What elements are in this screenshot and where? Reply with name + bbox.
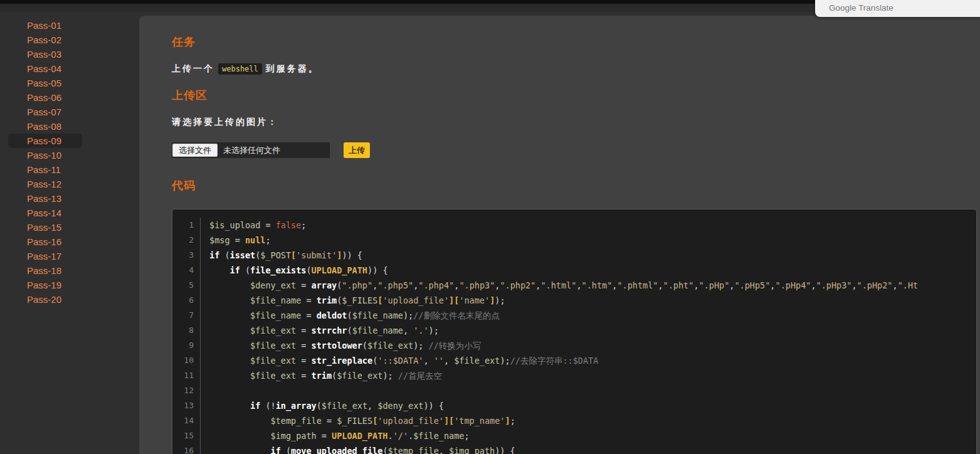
sidebar-item-pass-08[interactable]: Pass-08 bbox=[8, 119, 82, 134]
code-text: if (file_exists(UPLOAD_PATH)) { bbox=[200, 263, 388, 278]
file-input[interactable]: 选择文件 未选择任何文件 bbox=[172, 142, 330, 158]
code-text: $file_ext = str_ireplace('::$DATA', '', … bbox=[200, 353, 598, 368]
sidebar-item-pass-09[interactable]: Pass-09 bbox=[8, 134, 82, 148]
code-line: 6 $file_name = trim($_FILES['upload_file… bbox=[172, 293, 976, 308]
code-line: 12 bbox=[172, 383, 976, 398]
code-line: 7 $file_name = deldot($file_name);//删除文件… bbox=[172, 308, 976, 323]
line-number: 15 bbox=[172, 428, 200, 443]
code-line: 3if (isset($_POST['submit'])) { bbox=[172, 248, 976, 263]
line-number: 4 bbox=[172, 263, 200, 278]
upload-row: 选择文件 未选择任何文件 上传 bbox=[172, 142, 980, 158]
sidebar-item-pass-15[interactable]: Pass-15 bbox=[8, 220, 82, 235]
sidebar-item-pass-16[interactable]: Pass-16 bbox=[8, 235, 82, 249]
line-number: 3 bbox=[172, 248, 200, 263]
line-number: 5 bbox=[172, 278, 200, 293]
sidebar-item-pass-14[interactable]: Pass-14 bbox=[8, 206, 82, 220]
line-number: 14 bbox=[172, 413, 200, 428]
code-text: $file_ext = strtolower($file_ext); //转换为… bbox=[200, 338, 481, 353]
line-number: 16 bbox=[172, 443, 200, 454]
task-text-after: 到服务器。 bbox=[266, 63, 319, 73]
google-translate-label: Google Translate bbox=[829, 3, 893, 13]
code-text: $temp_file = $_FILES['upload_file']['tmp… bbox=[200, 413, 515, 428]
code-block: 1$is_upload = false;2$msg = null;3if (is… bbox=[172, 209, 977, 454]
file-name-placeholder: 未选择任何文件 bbox=[223, 145, 280, 156]
code-line: 5 $deny_ext = array(".php",".php5",".php… bbox=[172, 278, 976, 293]
code-text: $is_upload = false; bbox=[200, 218, 306, 233]
code-line: 13 if (!in_array($file_ext, $deny_ext)) … bbox=[172, 398, 976, 413]
code-text: $img_path = UPLOAD_PATH.'/'.$file_name; bbox=[200, 428, 470, 443]
code-line: 4 if (file_exists(UPLOAD_PATH)) { bbox=[172, 263, 976, 278]
sidebar-item-pass-12[interactable]: Pass-12 bbox=[8, 177, 82, 191]
sidebar-item-pass-06[interactable]: Pass-06 bbox=[8, 90, 82, 105]
line-number: 6 bbox=[172, 293, 200, 308]
code-text: $file_ext = strrchr($file_name, '.'); bbox=[200, 323, 439, 338]
webshell-chip: webshell bbox=[218, 63, 262, 75]
choose-file-button[interactable]: 选择文件 bbox=[172, 144, 218, 157]
line-number: 2 bbox=[172, 233, 200, 248]
sidebar-item-pass-11[interactable]: Pass-11 bbox=[8, 162, 82, 177]
line-number: 10 bbox=[172, 353, 200, 368]
task-text-before: 上传一个 bbox=[172, 63, 214, 73]
code-text: $file_name = trim($_FILES['upload_file']… bbox=[200, 293, 505, 308]
task-heading: 任务 bbox=[172, 34, 980, 50]
sidebar-item-pass-13[interactable]: Pass-13 bbox=[8, 191, 82, 206]
line-number: 8 bbox=[172, 323, 200, 338]
line-number: 11 bbox=[172, 368, 200, 383]
code-text: $file_name = deldot($file_name);//删除文件名末… bbox=[200, 308, 500, 323]
code-heading: 代码 bbox=[172, 178, 980, 193]
line-number: 1 bbox=[172, 218, 200, 233]
code-text bbox=[200, 383, 209, 398]
line-number: 9 bbox=[172, 338, 200, 353]
code-line: 10 $file_ext = str_ireplace('::$DATA', '… bbox=[172, 353, 976, 368]
code-lines: 1$is_upload = false;2$msg = null;3if (is… bbox=[172, 218, 976, 454]
sidebar-item-pass-03[interactable]: Pass-03 bbox=[8, 47, 82, 61]
sidebar-item-pass-02[interactable]: Pass-02 bbox=[8, 33, 82, 47]
code-text: if (move_uploaded_file($temp_file, $img_… bbox=[200, 443, 515, 454]
code-line: 8 $file_ext = strrchr($file_name, '.'); bbox=[172, 323, 976, 338]
sidebar-item-pass-20[interactable]: Pass-20 bbox=[8, 292, 82, 307]
upload-area-heading: 上传区 bbox=[172, 88, 980, 103]
code-text: if (isset($_POST['submit'])) { bbox=[200, 248, 362, 263]
sidebar-item-pass-04[interactable]: Pass-04 bbox=[8, 61, 82, 76]
sidebar-nav: Pass-01Pass-02Pass-03Pass-04Pass-05Pass-… bbox=[0, 15, 139, 307]
sidebar-item-pass-17[interactable]: Pass-17 bbox=[8, 249, 82, 263]
code-line: 1$is_upload = false; bbox=[172, 218, 976, 233]
code-text: $deny_ext = array(".php",".php5",".php4"… bbox=[200, 278, 918, 293]
sidebar-item-pass-07[interactable]: Pass-07 bbox=[8, 105, 82, 119]
line-number: 13 bbox=[172, 398, 200, 413]
sidebar-item-pass-01[interactable]: Pass-01 bbox=[8, 18, 82, 33]
line-number: 7 bbox=[172, 308, 200, 323]
code-line: 15 $img_path = UPLOAD_PATH.'/'.$file_nam… bbox=[172, 428, 976, 443]
task-description: 上传一个webshell到服务器。 bbox=[172, 63, 980, 75]
upload-prompt: 请选择要上传的图片： bbox=[172, 117, 980, 128]
code-line: 11 $file_ext = trim($file_ext); //首尾去空 bbox=[172, 368, 976, 383]
code-line: 16 if (move_uploaded_file($temp_file, $i… bbox=[172, 443, 976, 454]
code-text: $msg = null; bbox=[200, 233, 271, 248]
code-line: 2$msg = null; bbox=[172, 233, 976, 248]
code-line: 14 $temp_file = $_FILES['upload_file']['… bbox=[172, 413, 976, 428]
google-translate-popup[interactable]: Google Translate bbox=[815, 0, 980, 17]
sidebar-item-pass-10[interactable]: Pass-10 bbox=[8, 148, 82, 162]
sidebar-item-pass-18[interactable]: Pass-18 bbox=[8, 263, 82, 278]
code-text: $file_ext = trim($file_ext); //首尾去空 bbox=[200, 368, 442, 383]
sidebar-item-pass-05[interactable]: Pass-05 bbox=[8, 76, 82, 90]
upload-button[interactable]: 上传 bbox=[344, 142, 370, 158]
main-panel: 任务 上传一个webshell到服务器。 上传区 请选择要上传的图片： 选择文件… bbox=[139, 16, 980, 454]
code-line: 9 $file_ext = strtolower($file_ext); //转… bbox=[172, 338, 976, 353]
code-text: if (!in_array($file_ext, $deny_ext)) { bbox=[200, 398, 444, 413]
sidebar-item-pass-19[interactable]: Pass-19 bbox=[8, 278, 82, 292]
line-number: 12 bbox=[172, 383, 200, 398]
